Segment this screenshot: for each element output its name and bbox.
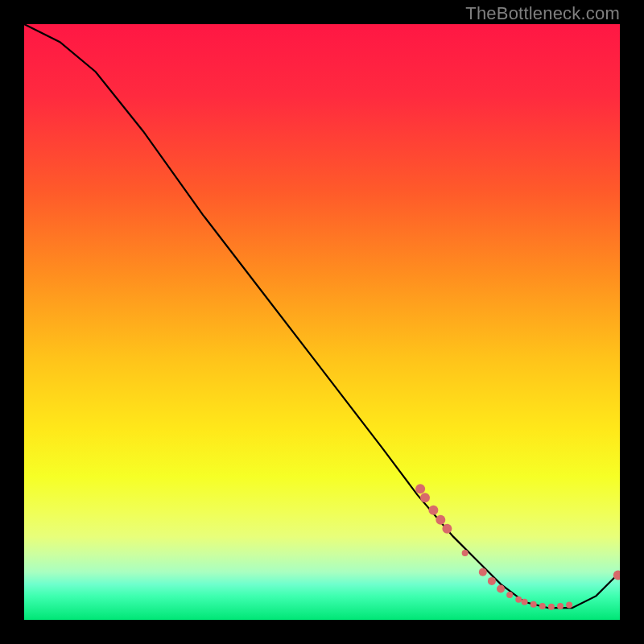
- curve-marker: [497, 585, 505, 593]
- curve-marker: [522, 599, 528, 605]
- curve-markers: [415, 484, 620, 610]
- chart-plot-area: [24, 24, 620, 620]
- curve-marker: [479, 568, 487, 576]
- curve-marker: [488, 577, 496, 585]
- curve-marker: [539, 603, 546, 609]
- curve-marker: [506, 592, 513, 598]
- chart-frame: TheBottleneck.com: [0, 0, 644, 644]
- curve-marker: [566, 602, 572, 609]
- curve-marker: [557, 603, 564, 609]
- curve-marker: [515, 597, 522, 603]
- watermark-text: TheBottleneck.com: [465, 3, 620, 24]
- curve-marker: [548, 604, 555, 610]
- curve-marker: [436, 515, 445, 525]
- curve-marker: [420, 493, 430, 502]
- bottleneck-curve: [24, 24, 620, 608]
- curve-marker: [428, 506, 438, 515]
- curve-marker: [442, 524, 452, 534]
- curve-marker: [462, 550, 469, 556]
- curve-marker: [415, 484, 425, 493]
- curve-marker: [530, 601, 537, 608]
- chart-overlay-svg: [24, 24, 620, 620]
